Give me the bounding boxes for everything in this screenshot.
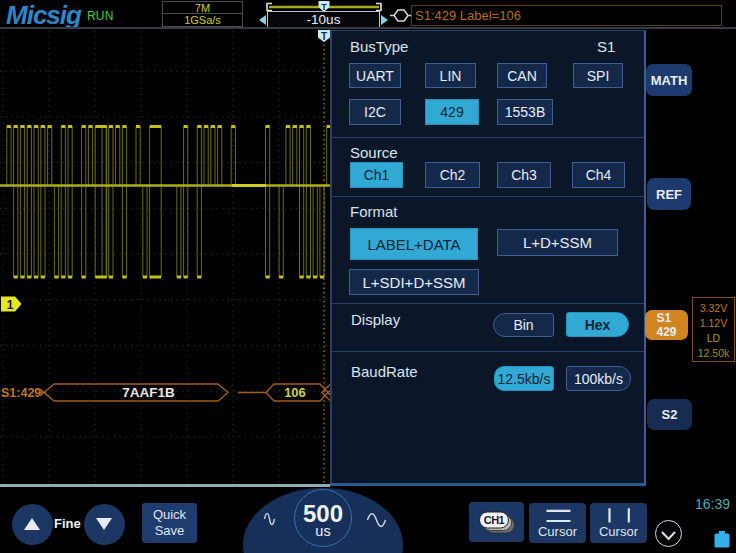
svg-text:T: T	[321, 31, 327, 42]
svg-text:T: T	[321, 2, 327, 12]
svg-text:S1:429: S1:429	[1, 386, 41, 400]
svg-text:7AAF1B: 7AAF1B	[122, 385, 175, 400]
svg-text:Cursor: Cursor	[599, 524, 639, 539]
svg-text:1: 1	[7, 298, 14, 312]
svg-text:106: 106	[284, 385, 306, 400]
svg-text:Cursor: Cursor	[538, 524, 578, 539]
svg-text:CH1: CH1	[484, 514, 505, 526]
